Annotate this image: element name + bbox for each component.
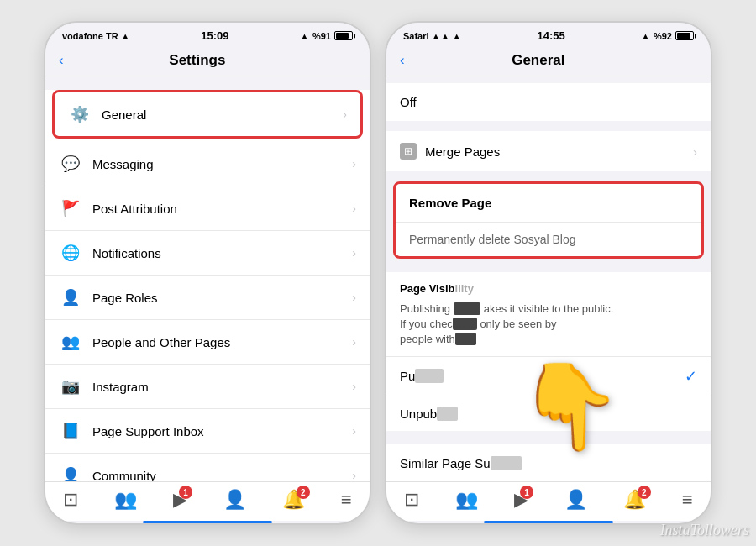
people-other-pages-label: People and Other Pages <box>92 335 352 349</box>
right-tab-profile-icon: 👤 <box>564 489 587 511</box>
page-support-inbox-label: Page Support Inbox <box>92 424 352 438</box>
right-tab-menu-icon: ≡ <box>682 489 693 511</box>
left-wifi-icon: ▲ <box>121 31 130 41</box>
left-location-icon: ▲ <box>300 31 309 41</box>
left-tab-home-icon: ⊡ <box>63 489 78 511</box>
settings-item-instagram[interactable]: 📷 Instagram › <box>45 365 370 409</box>
right-tab-bell-badge: 2 <box>638 486 651 499</box>
right-battery <box>675 31 694 40</box>
vis-option-published-label: Pu........ <box>400 369 444 383</box>
vis-option-published[interactable]: Pu........ ✓ <box>386 356 711 396</box>
notifications-icon: 🌐 <box>59 241 82 265</box>
off-item[interactable]: Off <box>386 83 711 121</box>
right-phone: Safari ▲▲ ▲ 14:55 ▲ %92 ‹ General <box>385 21 712 525</box>
left-tab-bell[interactable]: 🔔 2 <box>282 489 305 511</box>
left-battery-label: %91 <box>312 31 331 41</box>
left-phone-wrapper: vodafone TR ▲ 15:09 ▲ %91 ‹ Settings <box>44 21 371 525</box>
left-status-right: ▲ %91 <box>300 31 353 41</box>
off-section: Off <box>386 83 711 121</box>
settings-item-notifications[interactable]: 🌐 Notifications › <box>45 231 370 276</box>
vis-header: Page Visibility <box>386 272 711 298</box>
left-tab-bar: ⊡ 👥 ▶ 1 👤 🔔 2 ≡ <box>45 481 370 521</box>
merge-pages-item[interactable]: ⊞ Merge Pages › <box>386 131 711 171</box>
right-signal-icon: ▲▲ <box>432 31 450 41</box>
page-roles-label: Page Roles <box>92 291 352 305</box>
right-status-bar: Safari ▲▲ ▲ 14:55 ▲ %92 <box>386 23 711 45</box>
left-settings-section: ⚙️ General › 💬 Messaging › 🚩 Post Attrib… <box>45 90 370 481</box>
left-status-bar: vodafone TR ▲ 15:09 ▲ %91 <box>45 23 370 45</box>
messaging-chevron: › <box>352 157 356 171</box>
left-carrier: vodafone TR <box>62 31 118 41</box>
left-tab-video-badge: 1 <box>179 486 192 499</box>
vis-text: Publishing ......... akes it visible to … <box>386 298 711 356</box>
general-icon: ⚙️ <box>68 102 92 126</box>
right-battery-label: %92 <box>654 31 672 41</box>
left-tab-menu[interactable]: ≡ <box>341 489 352 511</box>
right-tab-people[interactable]: 👥 <box>455 489 478 511</box>
people-other-pages-chevron: › <box>352 335 356 349</box>
instagram-icon: 📷 <box>59 375 82 398</box>
left-tab-video[interactable]: ▶ 1 <box>173 489 187 511</box>
similar-pages-label: Similar Page Su......... <box>400 456 522 470</box>
left-tab-menu-icon: ≡ <box>341 489 352 511</box>
left-tab-bell-badge: 2 <box>297 486 310 499</box>
remove-page-title[interactable]: Remove Page <box>396 184 701 223</box>
left-nav-bar: ‹ Settings <box>45 45 370 76</box>
page-roles-icon: 👤 <box>59 286 82 309</box>
community-label: Community <box>92 469 352 482</box>
right-phone-wrapper: Safari ▲▲ ▲ 14:55 ▲ %92 ‹ General <box>385 21 712 525</box>
right-tab-home[interactable]: ⊡ <box>404 489 419 511</box>
vis-option-published-check: ✓ <box>685 367 697 386</box>
community-icon: 👤 <box>59 464 82 481</box>
right-tab-home-icon: ⊡ <box>404 489 419 511</box>
page-support-inbox-icon: 📘 <box>59 419 82 443</box>
right-wifi-icon: ▲ <box>452 31 461 41</box>
post-attribution-icon: 🚩 <box>59 197 82 220</box>
merge-pages-icon: ⊞ <box>400 143 417 160</box>
right-page-title: General <box>405 52 672 69</box>
messaging-icon: 💬 <box>59 152 82 176</box>
right-location-icon: ▲ <box>641 31 650 41</box>
left-tab-profile[interactable]: 👤 <box>223 489 246 511</box>
settings-item-messaging[interactable]: 💬 Messaging › <box>45 142 370 186</box>
remove-page-subtitle: Permanently delete Sosyal Blog <box>396 223 701 256</box>
right-battery-fill <box>677 33 690 39</box>
page-visibility-section: Page Visibility Publishing ......... ake… <box>386 272 711 431</box>
left-tab-profile-icon: 👤 <box>223 489 246 511</box>
right-time: 14:55 <box>538 29 565 42</box>
right-status-right: ▲ %92 <box>641 31 694 41</box>
post-attribution-chevron: › <box>352 202 356 215</box>
vis-option-unpublished[interactable]: Unpub...... <box>386 396 711 431</box>
left-settings-body: ⚙️ General › 💬 Messaging › 🚩 Post Attrib… <box>45 76 370 481</box>
people-other-pages-icon: 👥 <box>59 330 82 354</box>
general-chevron: › <box>343 108 347 121</box>
left-status-left: vodafone TR ▲ <box>62 31 130 41</box>
left-tab-people-icon: 👥 <box>114 489 137 511</box>
right-home-indicator <box>484 521 613 523</box>
merge-pages-chevron: › <box>693 144 697 159</box>
settings-item-community[interactable]: 👤 Community › <box>45 454 370 481</box>
right-nav-bar: ‹ General <box>386 45 711 76</box>
settings-item-general[interactable]: ⚙️ General › <box>52 90 363 139</box>
settings-item-people-other-pages[interactable]: 👥 People and Other Pages › <box>45 320 370 365</box>
vis-option-unpublished-label: Unpub...... <box>400 407 458 421</box>
left-tab-people[interactable]: 👥 <box>114 489 137 511</box>
settings-item-page-roles[interactable]: 👤 Page Roles › <box>45 276 370 320</box>
right-tab-bell[interactable]: 🔔 2 <box>623 489 646 511</box>
settings-item-page-support-inbox[interactable]: 📘 Page Support Inbox › <box>45 409 370 454</box>
similar-pages-section[interactable]: Similar Page Su......... <box>386 444 711 481</box>
left-battery <box>334 31 353 40</box>
right-tab-menu[interactable]: ≡ <box>682 489 693 511</box>
right-tab-profile[interactable]: 👤 <box>564 489 587 511</box>
right-browser: Safari <box>403 31 429 41</box>
merge-pages-section: ⊞ Merge Pages › <box>386 131 711 171</box>
right-tab-video[interactable]: ▶ 1 <box>514 489 528 511</box>
right-general-body: Off ⊞ Merge Pages › Remove Page Permanen… <box>386 76 711 481</box>
messaging-label: Messaging <box>92 157 352 171</box>
settings-item-post-attribution[interactable]: 🚩 Post Attribution › <box>45 186 370 231</box>
left-tab-home[interactable]: ⊡ <box>63 489 78 511</box>
left-time: 15:09 <box>201 29 228 42</box>
left-battery-fill <box>336 33 349 39</box>
merge-pages-label: Merge Pages <box>425 144 500 159</box>
left-phone: vodafone TR ▲ 15:09 ▲ %91 ‹ Settings <box>44 21 371 525</box>
